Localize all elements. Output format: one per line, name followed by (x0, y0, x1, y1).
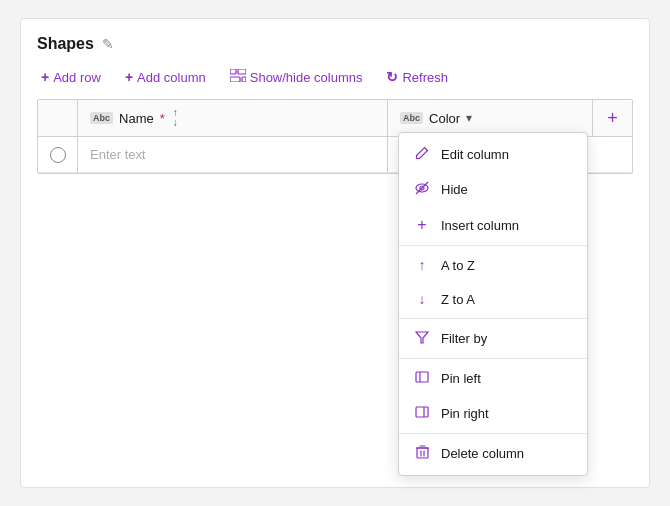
svg-rect-8 (416, 372, 428, 382)
menu-item-insert-column[interactable]: + Insert column (399, 207, 587, 243)
svg-rect-2 (230, 77, 240, 82)
refresh-icon: ↻ (386, 69, 398, 85)
panel-title-row: Shapes ✎ (37, 35, 633, 53)
pin-left-icon (413, 370, 431, 387)
insert-column-label: Insert column (441, 218, 519, 233)
hide-icon (413, 181, 431, 198)
header-color-cell[interactable]: Abc Color ▾ Edit column (388, 100, 592, 136)
svg-marker-7 (416, 332, 428, 343)
add-column-button-grid[interactable]: + (592, 100, 632, 136)
edit-title-icon[interactable]: ✎ (102, 36, 114, 52)
main-panel: Shapes ✎ + Add row + Add column Show/hid… (20, 18, 650, 488)
column-context-menu: Edit column Hide + (398, 132, 588, 476)
panel-title: Shapes (37, 35, 94, 53)
svg-rect-1 (238, 69, 246, 74)
hide-label: Hide (441, 182, 468, 197)
refresh-button[interactable]: ↻ Refresh (382, 67, 452, 87)
edit-column-label: Edit column (441, 147, 509, 162)
add-row-label: Add row (53, 70, 101, 85)
name-type-badge: Abc (90, 112, 113, 124)
delete-column-label: Delete column (441, 446, 524, 461)
color-column-label: Color (429, 111, 460, 126)
z-to-a-label: Z to A (441, 292, 475, 307)
edit-column-icon (413, 146, 431, 163)
color-column-menu-icon[interactable]: ▾ (466, 111, 472, 125)
svg-rect-12 (417, 448, 428, 458)
add-row-button[interactable]: + Add row (37, 67, 105, 87)
pin-right-icon (413, 405, 431, 422)
menu-item-a-to-z[interactable]: ↑ A to Z (399, 248, 587, 282)
menu-item-pin-right[interactable]: Pin right (399, 396, 587, 431)
header-name-cell: Abc Name * ↑ ↓ (78, 100, 388, 136)
add-column-icon: + (125, 69, 133, 85)
menu-item-filter-by[interactable]: Filter by (399, 321, 587, 356)
sort-icons: ↑ ↓ (173, 108, 178, 128)
menu-item-edit-column[interactable]: Edit column (399, 137, 587, 172)
row-name-placeholder: Enter text (90, 147, 146, 162)
pin-left-label: Pin left (441, 371, 481, 386)
show-hide-label: Show/hide columns (250, 70, 363, 85)
required-indicator: * (160, 111, 165, 126)
sort-desc-icon[interactable]: ↓ (173, 118, 178, 128)
filter-by-label: Filter by (441, 331, 487, 346)
add-column-label: Add column (137, 70, 206, 85)
row-name-cell[interactable]: Enter text (78, 137, 388, 172)
grid-header: Abc Name * ↑ ↓ Abc Color ▾ (38, 100, 632, 137)
menu-item-pin-left[interactable]: Pin left (399, 361, 587, 396)
separator-3 (399, 358, 587, 359)
delete-column-icon (413, 445, 431, 462)
a-to-z-label: A to Z (441, 258, 475, 273)
show-hide-icon (230, 69, 246, 85)
row-select-checkbox[interactable] (50, 147, 66, 163)
insert-column-icon: + (413, 216, 431, 234)
add-row-icon: + (41, 69, 49, 85)
separator-2 (399, 318, 587, 319)
color-type-badge: Abc (400, 112, 423, 124)
svg-rect-3 (242, 77, 246, 82)
svg-rect-0 (230, 69, 236, 74)
toolbar: + Add row + Add column Show/hide columns… (37, 67, 633, 87)
menu-item-delete-column[interactable]: Delete column (399, 436, 587, 471)
pin-right-label: Pin right (441, 406, 489, 421)
separator-1 (399, 245, 587, 246)
menu-item-z-to-a[interactable]: ↓ Z to A (399, 282, 587, 316)
show-hide-button[interactable]: Show/hide columns (226, 67, 367, 87)
header-checkbox-cell (38, 100, 78, 136)
row-checkbox-cell (38, 137, 78, 172)
filter-by-icon (413, 330, 431, 347)
a-to-z-icon: ↑ (413, 257, 431, 273)
separator-4 (399, 433, 587, 434)
data-grid: Abc Name * ↑ ↓ Abc Color ▾ (37, 99, 633, 174)
refresh-label: Refresh (402, 70, 448, 85)
menu-item-hide[interactable]: Hide (399, 172, 587, 207)
z-to-a-icon: ↓ (413, 291, 431, 307)
name-column-label: Name (119, 111, 154, 126)
add-column-button[interactable]: + Add column (121, 67, 210, 87)
svg-rect-10 (416, 407, 428, 417)
